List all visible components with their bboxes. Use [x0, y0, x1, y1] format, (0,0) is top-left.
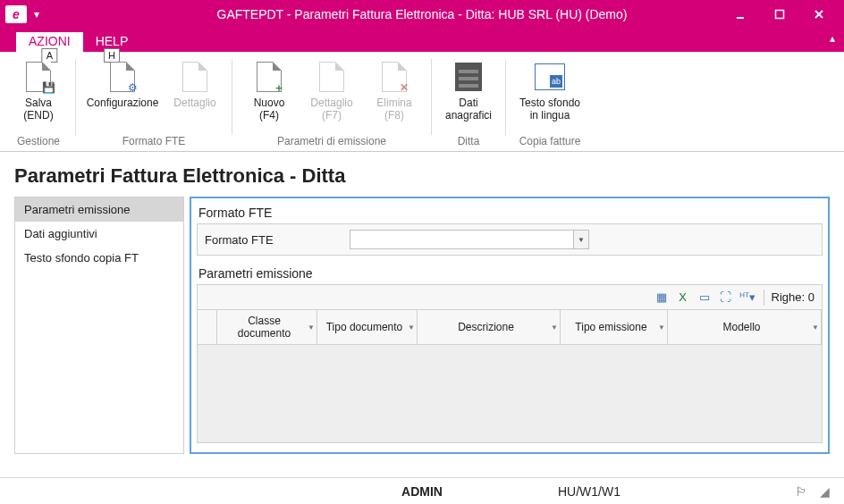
sidebar-item-testo-sfondo-copia-ft[interactable]: Testo sfondo copia FT: [15, 246, 183, 270]
column-classe-documento[interactable]: Classe documento▼: [217, 310, 317, 344]
building-icon: [455, 63, 482, 91]
column-descrizione[interactable]: Descrizione▼: [418, 310, 561, 344]
panel-formato-fte: Formato FTE ▼: [197, 223, 823, 256]
panel-parametri-emissione: Parametri emissione ▦ X ▭ ⛶ ᴴᵀ▾ Righe: 0…: [197, 265, 823, 443]
page-title: Parametri Fattura Elettronica - Ditta: [0, 152, 844, 197]
ribbon-separator: [75, 59, 76, 135]
tab-azioni-shortcut: A: [42, 48, 57, 63]
column-tipo-documento[interactable]: Tipo documento▼: [317, 310, 418, 344]
ribbon-tabs: AZIONI A HELP H ▴: [0, 29, 844, 52]
ribbon-collapse-icon[interactable]: ▴: [830, 32, 835, 45]
ribbon-group-formato-fte: ⚙ Configurazione Dettaglio Formato FTE: [81, 54, 226, 151]
sidebar-item-dati-aggiuntivi[interactable]: Dati aggiuntivi: [15, 222, 183, 246]
ribbon-group-copia-fatture: ab Testo sfondo in lingua Copia fatture: [511, 54, 588, 151]
salva-button[interactable]: 💾 Salva (END): [7, 55, 70, 125]
main-panel: Formato FTE Formato FTE ▼ Parametri emis…: [190, 197, 830, 454]
grid-rows-label: Righe: 0: [772, 290, 814, 304]
ribbon-separator: [431, 59, 432, 135]
statusbar-resize-grip-icon[interactable]: ◢: [820, 484, 830, 499]
ribbon-group-gestione: 💾 Salva (END) Gestione: [7, 54, 70, 151]
grid-tool-excel-icon[interactable]: X: [674, 289, 692, 307]
window-title: GAFTEPDT - Parametri Fattura Elettronica…: [0, 7, 844, 21]
grid-tool-grid-icon[interactable]: ▭: [696, 289, 713, 307]
grid-toolbar: ▦ X ▭ ⛶ ᴴᵀ▾ Righe: 0: [197, 284, 823, 309]
dettaglio-param-button: Dettaglio (F7): [300, 55, 363, 125]
grid-row-selector-header[interactable]: [198, 310, 217, 344]
document-new-icon: ＋: [257, 62, 282, 92]
statusbar: ADMIN HU/W1/W1 🏳 ◢: [0, 477, 844, 504]
combo-formato-fte-dropdown-icon[interactable]: ▼: [573, 230, 589, 249]
chevron-down-icon[interactable]: ▼: [551, 323, 558, 332]
tab-help-label: HELP: [96, 34, 129, 48]
label-formato-fte: Formato FTE: [205, 233, 339, 247]
ribbon-group-title-formato-fte: Formato FTE: [81, 133, 226, 151]
elimina-button: ✕ Elimina (F8): [363, 55, 426, 125]
column-tipo-emissione[interactable]: Tipo emissione▼: [561, 310, 668, 344]
ribbon-separator: [505, 59, 506, 135]
close-button[interactable]: [799, 0, 839, 29]
dati-anagrafici-button[interactable]: Dati anagrafici: [437, 55, 500, 125]
document-detail-icon: [182, 62, 207, 92]
grid-tool-settings-icon[interactable]: ᴴᵀ▾: [738, 289, 756, 307]
tab-azioni-label: AZIONI: [29, 34, 71, 48]
quick-access-dropdown-icon[interactable]: ▾: [34, 8, 39, 21]
ribbon-group-ditta: Dati anagrafici Ditta: [437, 54, 500, 151]
tab-help[interactable]: HELP H: [83, 32, 141, 52]
sidebar-item-parametri-emissione[interactable]: Parametri emissione: [15, 197, 183, 222]
ribbon: 💾 Salva (END) Gestione ⚙ Configurazione …: [0, 52, 844, 152]
chevron-down-icon[interactable]: ▼: [812, 323, 819, 332]
chevron-down-icon[interactable]: ▼: [658, 323, 665, 332]
titlebar: e ▾ GAFTEPDT - Parametri Fattura Elettro…: [0, 0, 844, 29]
content: Parametri emissione Dati aggiuntivi Test…: [0, 197, 844, 454]
background-text-icon: ab: [535, 63, 565, 90]
grid-tool-table-icon[interactable]: ▦: [653, 289, 671, 307]
tab-help-shortcut: H: [104, 48, 120, 63]
ribbon-group-title-copia-fatture: Copia fatture: [511, 133, 588, 151]
ribbon-group-title-gestione: Gestione: [7, 133, 70, 151]
grid-body-empty[interactable]: [197, 345, 823, 443]
chevron-down-icon[interactable]: ▼: [408, 323, 415, 332]
dettaglio-fte-button: Dettaglio: [164, 55, 226, 125]
document-save-icon: 💾: [26, 62, 51, 92]
document-detail-icon: [319, 62, 344, 92]
ribbon-group-title-param-emissione: Parametri di emissione: [238, 133, 426, 151]
nuovo-button[interactable]: ＋ Nuovo (F4): [238, 55, 300, 125]
tab-azioni[interactable]: AZIONI A: [16, 32, 83, 52]
panel-title-formato-fte: Formato FTE: [197, 204, 823, 223]
ribbon-separator: [232, 59, 232, 135]
testo-sfondo-lingua-button[interactable]: ab Testo sfondo in lingua: [511, 55, 588, 125]
minimize-button[interactable]: [721, 0, 760, 29]
svg-rect-1: [776, 11, 784, 19]
statusbar-flag-icon[interactable]: 🏳: [795, 484, 807, 499]
ribbon-group-title-ditta: Ditta: [437, 133, 500, 151]
app-icon: e: [5, 5, 27, 23]
chevron-down-icon[interactable]: ▼: [308, 323, 315, 332]
combo-formato-fte[interactable]: ▼: [350, 230, 589, 249]
sidebar: Parametri emissione Dati aggiuntivi Test…: [14, 197, 184, 454]
panel-title-parametri-emissione: Parametri emissione: [197, 265, 823, 284]
document-gear-icon: ⚙: [110, 62, 135, 92]
grid-tool-expand-icon[interactable]: ⛶: [717, 289, 735, 307]
document-delete-icon: ✕: [382, 62, 407, 92]
configurazione-button[interactable]: ⚙ Configurazione: [81, 55, 164, 125]
grid-toolbar-separator: [764, 290, 764, 306]
combo-formato-fte-input[interactable]: [350, 230, 573, 249]
ribbon-group-param-emissione: ＋ Nuovo (F4) Dettaglio (F7) ✕ Elimina (F…: [238, 54, 426, 151]
statusbar-context: HU/W1/W1: [558, 484, 620, 499]
statusbar-user: ADMIN: [401, 484, 443, 499]
column-modello[interactable]: Modello▼: [668, 310, 822, 344]
grid-header: Classe documento▼ Tipo documento▼ Descri…: [197, 309, 823, 345]
maximize-button[interactable]: [760, 0, 799, 29]
